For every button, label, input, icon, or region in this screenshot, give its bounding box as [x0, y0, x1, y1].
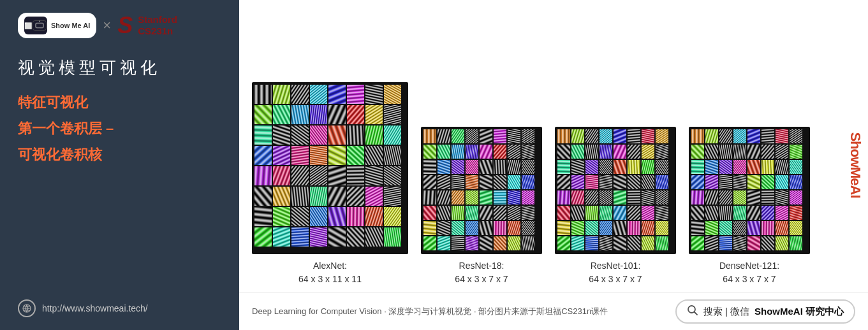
- filter-cell: [365, 85, 383, 104]
- filter-cell: [384, 227, 401, 247]
- filter-cell: [719, 145, 732, 159]
- filter-cell: [508, 160, 520, 174]
- filter-cell: [585, 129, 598, 143]
- filter-cell: [719, 129, 732, 143]
- svg-rect-0: [33, 21, 47, 31]
- filter-cell: [347, 105, 364, 124]
- filter-cell: [291, 187, 309, 206]
- filter-cell: [273, 166, 290, 185]
- filter-cell: [384, 85, 401, 104]
- filter-cell: [494, 175, 506, 189]
- filter-cell: [273, 126, 290, 145]
- filter-cell: [571, 236, 584, 250]
- filter-cell: [585, 236, 598, 250]
- filter-cell: [585, 160, 598, 174]
- filter-cell: [557, 175, 570, 189]
- filter-cell: [747, 175, 760, 189]
- filter-cell: [571, 206, 584, 220]
- filter-cell: [522, 145, 534, 159]
- filter-cell: [273, 105, 290, 124]
- filter-cell: [508, 145, 520, 159]
- filter-cell: [328, 166, 346, 185]
- filter-cell: [628, 145, 640, 159]
- bottom-bar: Deep Learning for Computer Vision · 深度学习…: [239, 292, 868, 330]
- filter-cell: [628, 236, 640, 250]
- filter-cell: [480, 221, 492, 235]
- filter-cell: [761, 206, 774, 220]
- filter-cell: [747, 129, 760, 143]
- filter-cell: [733, 236, 746, 250]
- filter-cell: [557, 206, 570, 220]
- filter-cell: [776, 145, 788, 159]
- filter-cell: [466, 145, 478, 159]
- filter-cell: [656, 221, 668, 235]
- filter-cell: [291, 126, 309, 145]
- filter-cell: [328, 146, 346, 165]
- filter-cell: [614, 145, 626, 159]
- filter-cell: [691, 206, 704, 220]
- filter-cell: [466, 206, 478, 220]
- resnet18-item: ResNet-18: 64 x 3 x 7 x 7: [421, 127, 542, 286]
- filter-cell: [585, 206, 598, 220]
- filter-cell: [328, 85, 346, 104]
- filter-cell: [600, 236, 612, 250]
- filter-cell: [719, 175, 732, 189]
- search-box[interactable]: 搜索 | 微信 ShowMeAI 研究中心: [675, 299, 855, 324]
- filter-cell: [614, 175, 626, 189]
- filter-cell: [585, 190, 598, 204]
- filter-cell: [705, 236, 718, 250]
- filter-cell: [642, 236, 654, 250]
- filter-cell: [522, 175, 534, 189]
- filter-cell: [423, 221, 436, 235]
- filter-cell: [347, 146, 364, 165]
- filter-cell: [438, 221, 450, 235]
- filter-cell: [328, 207, 346, 226]
- filter-cell: [642, 145, 654, 159]
- filter-cell: [273, 227, 290, 247]
- filter-cell: [365, 227, 383, 247]
- resnet18-grid: [421, 127, 542, 254]
- bottom-description: Deep Learning for Computer Vision · 深度学习…: [252, 306, 608, 317]
- filter-cell: [614, 206, 626, 220]
- filter-cell: [494, 129, 506, 143]
- filter-cell: [776, 221, 788, 235]
- filter-cell: [571, 129, 584, 143]
- filter-cell: [761, 160, 774, 174]
- filter-cell: [438, 145, 450, 159]
- website-url: http://www.showmeai.tech/: [42, 303, 148, 313]
- filter-cell: [614, 236, 626, 250]
- filter-cell: [384, 146, 401, 165]
- filter-cell: [790, 129, 802, 143]
- filter-cell: [466, 160, 478, 174]
- filter-cell: [452, 206, 464, 220]
- filter-cell: [628, 129, 640, 143]
- main-title: 视觉模型可视化: [18, 56, 221, 79]
- filter-cell: [642, 175, 654, 189]
- filter-cell: [384, 126, 401, 145]
- filter-cell: [776, 129, 788, 143]
- filter-cell: [365, 146, 383, 165]
- showmeai-icon: [24, 17, 47, 34]
- website-link[interactable]: http://www.showmeai.tech/: [18, 299, 221, 317]
- filter-cell: [508, 221, 520, 235]
- filter-cell: [790, 236, 802, 250]
- filter-cell: [691, 221, 704, 235]
- filter-cell: [600, 160, 612, 174]
- filter-cell: [557, 236, 570, 250]
- right-panel: AlexNet: 64 x 3 x 11 x 11 ResNet-18: 64 …: [239, 0, 868, 330]
- sub-item-3: 可视化卷积核: [18, 144, 221, 165]
- filter-cell: [600, 129, 612, 143]
- resnet101-item: ResNet-101: 64 x 3 x 7 x 7: [555, 127, 676, 286]
- showmeai-label: Show Me AI: [51, 22, 90, 29]
- filter-cell: [571, 145, 584, 159]
- filter-cell: [761, 129, 774, 143]
- filter-cell: [600, 145, 612, 159]
- filter-cell: [466, 129, 478, 143]
- filter-cell: [273, 146, 290, 165]
- filter-cell: [614, 190, 626, 204]
- filter-cell: [733, 190, 746, 204]
- filter-cell: [522, 129, 534, 143]
- filter-cell: [291, 207, 309, 226]
- filter-cell: [628, 160, 640, 174]
- densenet-grid: [689, 127, 810, 254]
